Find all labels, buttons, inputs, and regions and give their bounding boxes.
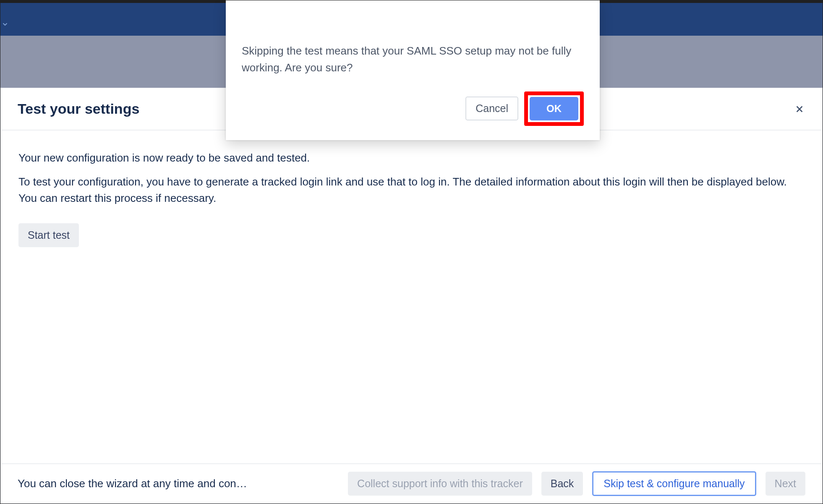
modal-actions: Cancel OK	[242, 91, 584, 126]
intro-text-2: To test your configuration, you have to …	[18, 174, 805, 206]
start-test-button[interactable]: Start test	[18, 223, 79, 247]
modal-message: Skipping the test means that your SAML S…	[242, 42, 573, 76]
close-icon[interactable]	[794, 103, 805, 115]
collect-support-info-button[interactable]: Collect support info with this tracker	[348, 472, 532, 496]
cancel-button[interactable]: Cancel	[465, 97, 518, 120]
panel-footer: You can close the wizard at any time and…	[1, 463, 822, 503]
skip-test-button[interactable]: Skip test & configure manually	[592, 471, 756, 496]
confirm-skip-modal: Skipping the test means that your SAML S…	[226, 0, 600, 140]
ok-button[interactable]: OK	[530, 97, 578, 120]
back-button[interactable]: Back	[541, 472, 583, 496]
page-title: Test your settings	[18, 101, 139, 117]
chevron-down-icon[interactable]	[1, 21, 9, 28]
footer-hint-text: You can close the wizard at any time and…	[18, 477, 247, 490]
next-button[interactable]: Next	[766, 472, 805, 496]
panel-body: Your new configuration is now ready to b…	[1, 131, 822, 256]
wizard-panel: Test your settings Your new configuratio…	[0, 88, 823, 504]
intro-text-1: Your new configuration is now ready to b…	[18, 150, 805, 166]
ok-button-highlight: OK	[524, 91, 584, 126]
